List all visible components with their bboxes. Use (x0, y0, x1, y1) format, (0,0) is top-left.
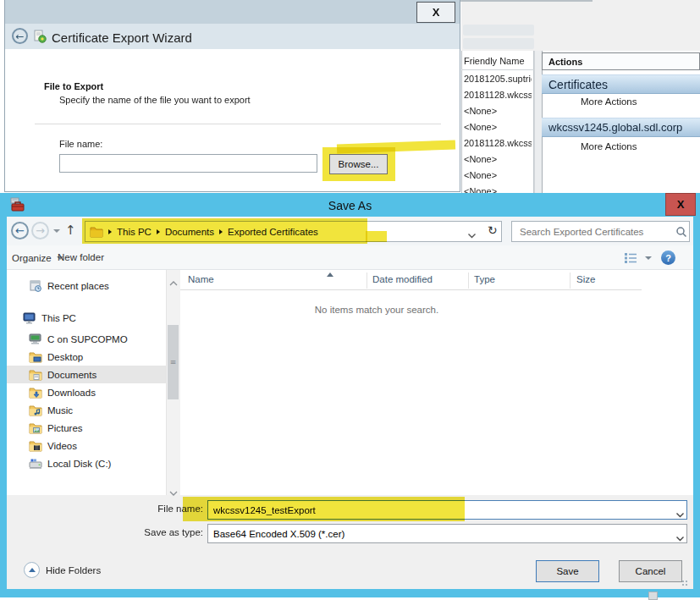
file-name-input[interactable] (207, 500, 687, 520)
sidebar-item-label: Local Disk (C:) (47, 459, 111, 469)
view-list-icon[interactable] (624, 252, 637, 267)
friendly-name-cell[interactable]: 20181128.wkcssv (464, 135, 532, 151)
column-header-name[interactable]: Name (188, 274, 214, 284)
column-divider[interactable] (468, 272, 469, 289)
search-input[interactable] (518, 226, 674, 238)
sidebar-item-label: Videos (47, 441, 77, 451)
sidebar-item-label: This PC (41, 313, 76, 323)
documents-folder-icon (29, 368, 42, 382)
column-header-date-modified[interactable]: Date modified (372, 274, 433, 284)
friendly-name-cell[interactable]: <None> (464, 119, 532, 135)
saveas-close-button[interactable]: X (665, 193, 696, 216)
sidebar-item-videos[interactable]: Videos (7, 437, 166, 454)
cancel-button[interactable]: Cancel (619, 560, 682, 582)
sidebar-item-label: Recent places (47, 281, 109, 291)
sidebar-item-documents[interactable]: Documents (7, 366, 166, 383)
friendly-name-cell[interactable]: <None> (464, 168, 532, 184)
column-header-underline (180, 289, 642, 290)
nav-history-dropdown-icon[interactable] (53, 229, 60, 233)
scroll-grip-icon: ≡ (170, 358, 177, 366)
network-drive-icon (29, 333, 42, 346)
background-scrollbar-fragment (648, 592, 658, 600)
save-as-type-label: Save as type: (85, 527, 203, 537)
friendly-name-cell[interactable]: <None> (464, 103, 532, 119)
sidebar-item-network-drive[interactable]: C on SUPCOPMO (7, 330, 166, 348)
videos-folder-icon (29, 439, 42, 453)
friendly-name-cell[interactable]: 20181128.wkcssv (464, 87, 532, 103)
column-header-size[interactable]: Size (576, 274, 595, 284)
disk-drive-icon (29, 457, 42, 471)
nav-up-button[interactable]: ↑ (65, 223, 76, 238)
organize-menu-button[interactable]: Organize (12, 250, 63, 266)
help-button[interactable]: ? (661, 250, 675, 265)
resize-grip[interactable] (682, 581, 684, 582)
actions-group-certificates[interactable]: Certificates (542, 74, 700, 94)
breadcrumb-exported-certificates[interactable]: Exported Certificates (228, 227, 318, 237)
column-divider[interactable] (570, 272, 570, 289)
collapse-up-icon (24, 562, 40, 578)
mmc-scroll-strip[interactable] (534, 51, 542, 193)
downloads-folder-icon (29, 386, 42, 399)
sidebar-item-label: Downloads (47, 388, 96, 398)
sidebar-item-music[interactable]: Music (7, 401, 166, 419)
screen: Friendly Name 20181205.suptric 20181128.… (0, 0, 700, 600)
wizard-back-button[interactable]: ← (12, 28, 28, 44)
search-icon[interactable] (675, 226, 687, 238)
scrollbar-thumb[interactable]: ≡ (168, 325, 179, 399)
actions-pane-header: Actions (542, 52, 700, 70)
column-divider[interactable] (367, 272, 367, 289)
more-actions-link[interactable]: More Actions (581, 96, 637, 107)
sort-ascending-icon (327, 272, 333, 277)
mmc-row-band (463, 38, 534, 49)
nav-forward-button[interactable]: → (31, 222, 49, 239)
actions-group-server[interactable]: wkcssv1245.global.sdl.corp (542, 118, 700, 137)
address-folder-icon (90, 225, 103, 239)
computer-icon (23, 311, 36, 325)
save-as-type-dropdown-icon[interactable] (675, 531, 685, 546)
save-button[interactable]: Save (536, 560, 599, 582)
column-header-type[interactable]: Type (474, 274, 495, 284)
new-folder-button[interactable]: New folder (58, 252, 104, 262)
organize-label: Organize (12, 253, 52, 263)
address-dropdown-icon[interactable] (467, 228, 477, 243)
sidebar-item-desktop[interactable]: Desktop (7, 348, 166, 366)
empty-results-message: No items match your search. (212, 305, 542, 315)
sidebar-item-pictures[interactable]: Pictures (7, 419, 166, 437)
friendly-name-cell[interactable]: <None> (464, 151, 532, 168)
breadcrumb-separator-icon (157, 229, 160, 234)
nav-back-button[interactable]: ← (11, 222, 29, 239)
sidebar-item-this-pc[interactable]: This PC (7, 309, 166, 327)
wizard-step-subheading: Specify the name of the file you want to… (59, 95, 251, 105)
sidebar-item-label: Desktop (47, 352, 83, 362)
file-name-dropdown-icon[interactable] (675, 507, 685, 522)
sidebar-item-label: Music (47, 405, 73, 416)
hide-folders-button[interactable]: Hide Folders (24, 562, 101, 578)
scroll-up-icon[interactable] (169, 274, 178, 289)
sidebar-item-local-disk[interactable]: Local Disk (C:) (7, 454, 166, 472)
scroll-down-icon[interactable] (169, 484, 178, 499)
wizard-close-button[interactable]: X (416, 2, 455, 23)
address-box[interactable]: This PC Documents Exported Certificates (85, 221, 502, 242)
breadcrumb-documents[interactable]: Documents (165, 227, 214, 237)
friendly-name-column-header[interactable]: Friendly Name (464, 52, 532, 69)
saveas-title: Save As (0, 199, 700, 212)
command-toolbar (7, 245, 693, 270)
forward-arrow-icon: → (36, 224, 45, 237)
pictures-folder-icon (29, 421, 42, 435)
sidebar-item-recent-places[interactable]: Recent places (7, 277, 166, 294)
search-box[interactable] (511, 221, 690, 242)
friendly-name-cell[interactable]: 20181205.suptric (464, 71, 532, 87)
wizard-file-name-input[interactable] (59, 154, 317, 173)
view-dropdown-icon[interactable] (645, 256, 652, 260)
sidebar-item-downloads[interactable]: Downloads (7, 383, 166, 401)
divider (461, 69, 534, 70)
refresh-button[interactable]: ↻ (488, 223, 498, 237)
music-folder-icon (29, 404, 42, 417)
hide-folders-label: Hide Folders (46, 565, 101, 575)
more-actions-link[interactable]: More Actions (581, 141, 637, 151)
wizard-step-heading: File to Export (44, 81, 103, 91)
breadcrumb-separator-icon (219, 229, 223, 234)
breadcrumb-this-pc[interactable]: This PC (117, 227, 152, 237)
save-as-type-select[interactable]: Base64 Encoded X.509 (*.cer) (207, 524, 687, 543)
browse-button[interactable]: Browse... (329, 154, 388, 174)
